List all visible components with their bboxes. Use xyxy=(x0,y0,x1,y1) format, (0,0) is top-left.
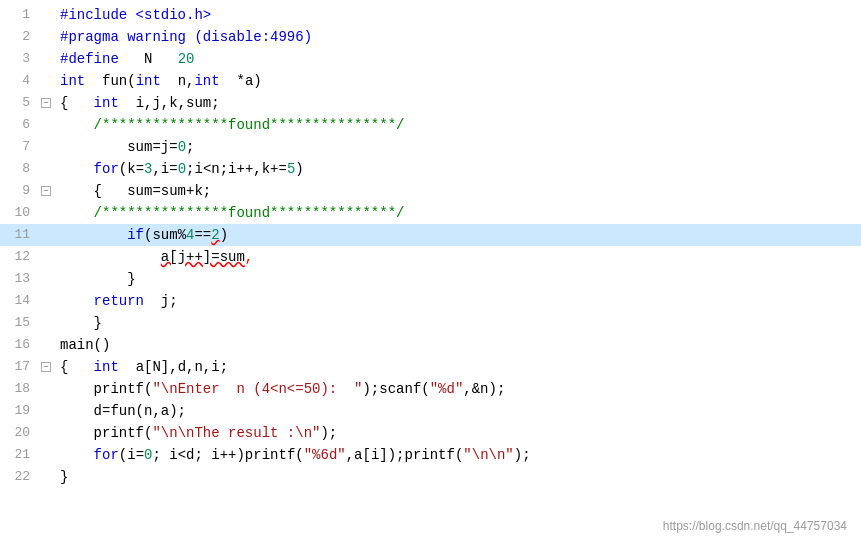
code-line: 18 printf("\nEnter n (4<n<=50): ");scanf… xyxy=(0,378,861,400)
fold-button-5[interactable]: − xyxy=(41,98,51,108)
code-line: 16 main() xyxy=(0,334,861,356)
code-line: 1 #include <stdio.h> xyxy=(0,4,861,26)
code-line: 12 a[j++]=sum, xyxy=(0,246,861,268)
fold-button-9[interactable]: − xyxy=(41,186,51,196)
code-line: 10 /***************found***************/ xyxy=(0,202,861,224)
code-line: 22 } xyxy=(0,466,861,488)
code-line: 17 − { int a[N],d,n,i; xyxy=(0,356,861,378)
code-line: 13 } xyxy=(0,268,861,290)
code-line: 4 int fun(int n,int *a) xyxy=(0,70,861,92)
code-line: 6 /***************found***************/ xyxy=(0,114,861,136)
fold-gutter-17[interactable]: − xyxy=(38,356,54,378)
code-line: 3 #define N 20 xyxy=(0,48,861,70)
fold-gutter-5[interactable]: − xyxy=(38,92,54,114)
code-editor: 1 #include <stdio.h> 2 #pragma warning (… xyxy=(0,0,861,543)
code-line: 20 printf("\n\nThe result :\n"); xyxy=(0,422,861,444)
fold-button-17[interactable]: − xyxy=(41,362,51,372)
code-line: 14 return j; xyxy=(0,290,861,312)
fold-gutter-9[interactable]: − xyxy=(38,180,54,202)
code-line: 8 for(k=3,i=0;i<n;i++,k+=5) xyxy=(0,158,861,180)
code-line: 21 for(i=0; i<d; i++)printf("%6d",a[i]);… xyxy=(0,444,861,466)
code-line: 5 − { int i,j,k,sum; xyxy=(0,92,861,114)
code-line: 9 − { sum=sum+k; xyxy=(0,180,861,202)
code-line-highlighted: 11 if(sum%4==2) xyxy=(0,224,861,246)
code-line: 19 d=fun(n,a); xyxy=(0,400,861,422)
code-line: 15 } xyxy=(0,312,861,334)
watermark: https://blog.csdn.net/qq_44757034 xyxy=(663,519,847,533)
code-line: 7 sum=j=0; xyxy=(0,136,861,158)
code-line: 2 #pragma warning (disable:4996) xyxy=(0,26,861,48)
